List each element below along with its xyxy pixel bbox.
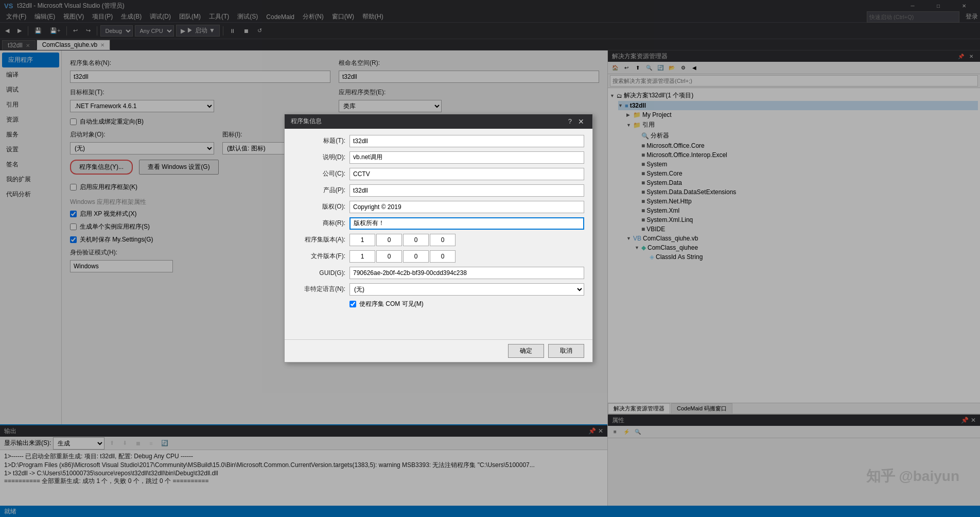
dialog-company-label: 公司(C): (293, 169, 349, 178)
dialog-guid-row: GUID(G): (293, 267, 584, 279)
dialog-asmver-label: 程序集版本(A): (293, 235, 349, 244)
dialog-neutrallang-row: 非特定语言(N): (无) (293, 283, 584, 296)
dialog-title-label: 标题(T): (293, 136, 349, 145)
dialog-trademark-row: 商标(R): (293, 217, 584, 230)
dialog-copyright-label: 版权(O): (293, 202, 349, 211)
asm-ver-2[interactable] (376, 234, 402, 246)
dialog-copyright-input[interactable] (349, 201, 584, 213)
asm-ver-1[interactable] (349, 234, 375, 246)
asm-ver-3[interactable] (403, 234, 429, 246)
file-ver-3[interactable] (403, 250, 429, 263)
dialog-content: 标题(T): 说明(D): 公司(C): 产品(P) (285, 129, 592, 319)
dialog-desc-input[interactable] (349, 151, 584, 164)
dialog-product-input[interactable] (349, 184, 584, 197)
dialog-product-label: 产品(P): (293, 186, 349, 195)
dialog-title-row: 标题(T): (293, 135, 584, 147)
dialog-comvisible-label: 使程序集 COM 可见(M) (359, 300, 424, 308)
file-ver-2[interactable] (376, 250, 402, 263)
dialog-title-input[interactable] (349, 135, 584, 147)
dialog-company-field (349, 168, 584, 180)
dialog-desc-label: 说明(D): (293, 153, 349, 162)
dialog-neutrallang-field: (无) (349, 283, 584, 296)
dialog-filever-field (349, 250, 584, 263)
dialog-product-row: 产品(P): (293, 184, 584, 197)
dialog-help-btn[interactable]: ? (568, 117, 572, 125)
dialog-filever-label: 文件版本(F): (293, 252, 349, 261)
dialog-cancel-btn[interactable]: 取消 (548, 344, 584, 358)
dialog-trademark-field (349, 217, 584, 230)
file-ver-1[interactable] (349, 250, 375, 263)
dialog-product-field (349, 184, 584, 197)
dialog-guid-input[interactable] (349, 267, 584, 279)
asm-version-group (349, 234, 584, 246)
dialog-copyright-row: 版权(O): (293, 201, 584, 213)
dialog-footer: 确定 取消 (285, 339, 592, 362)
dialog-close-btn[interactable]: ✕ (576, 117, 586, 126)
dialog-neutrallang-select[interactable]: (无) (349, 283, 584, 296)
dialog-trademark-input[interactable] (349, 217, 584, 230)
file-ver-4[interactable] (430, 250, 456, 263)
dialog-ok-btn[interactable]: 确定 (508, 344, 544, 358)
dialog-asmver-row: 程序集版本(A): (293, 234, 584, 246)
dialog-desc-row: 说明(D): (293, 151, 584, 164)
asm-ver-4[interactable] (430, 234, 456, 246)
dialog-company-input[interactable] (349, 168, 584, 180)
dialog-comvisible-checkbox[interactable] (349, 301, 356, 307)
dialog-copyright-field (349, 201, 584, 213)
dialog-trademark-label: 商标(R): (293, 219, 349, 228)
dialog-spacer (285, 319, 592, 339)
dialog-guid-field (349, 267, 584, 279)
dialog-asmver-field (349, 234, 584, 246)
dialog-desc-field (349, 151, 584, 164)
assembly-info-dialog: 程序集信息 ? ✕ 标题(T): 说明(D): 公司(C): (284, 114, 593, 363)
dialog-title: 程序集信息 (291, 117, 568, 126)
dialog-title-field (349, 135, 584, 147)
dialog-guid-label: GUID(G): (293, 269, 349, 277)
dialog-comvisible-row: 使程序集 COM 可见(M) (293, 300, 584, 308)
dialog-company-row: 公司(C): (293, 168, 584, 180)
dialog-neutrallang-label: 非特定语言(N): (293, 285, 349, 294)
dialog-title-bar: 程序集信息 ? ✕ (285, 114, 592, 129)
dialog-filever-row: 文件版本(F): (293, 250, 584, 263)
dialog-overlay: 程序集信息 ? ✕ 标题(T): 说明(D): 公司(C): (0, 0, 980, 517)
file-version-group (349, 250, 584, 263)
